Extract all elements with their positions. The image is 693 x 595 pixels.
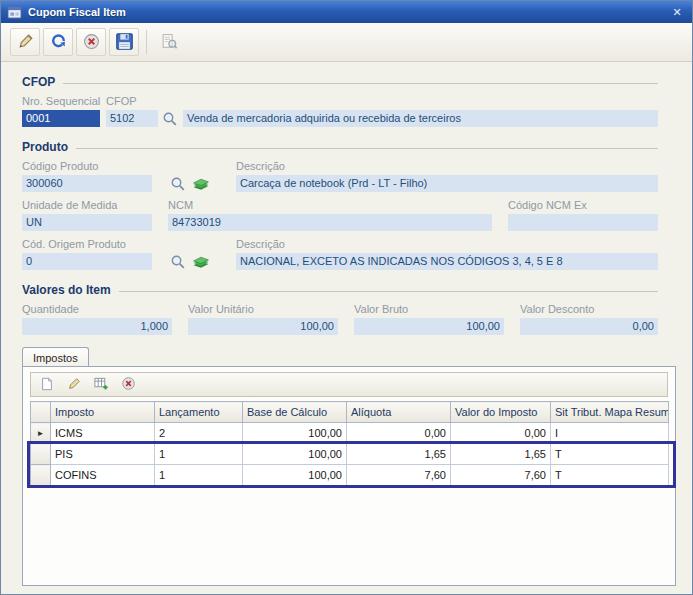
valor-bruto-label: Valor Bruto <box>354 303 504 315</box>
unidade-medida-label: Unidade de Medida <box>22 199 152 211</box>
cell-imposto: ICMS <box>51 423 155 444</box>
row-selector-icon: ► <box>31 423 51 444</box>
cfop-descricao-field[interactable]: Venda de mercadoria adquirida ou recebid… <box>183 110 658 127</box>
codigo-produto-field[interactable]: 300060 <box>22 175 152 192</box>
delete-x-icon <box>122 377 135 392</box>
ncm-label: NCM <box>168 199 492 211</box>
quantidade-field[interactable]: 1,000 <box>22 318 172 335</box>
tab-impostos[interactable]: Impostos <box>22 347 89 367</box>
grid-delete-button[interactable] <box>117 375 139 395</box>
cell-valor-imposto: 1,65 <box>451 444 551 465</box>
form-body: CFOP Nro. Sequencial 0001 CFOP 5102 Vend… <box>1 62 692 594</box>
cell-base-calculo: 100,00 <box>243 423 347 444</box>
app-icon <box>7 5 23 19</box>
magnifier-document-icon <box>161 33 178 52</box>
cell-aliquota: 0,00 <box>347 423 451 444</box>
valor-unitario-label: Valor Unitário <box>188 303 338 315</box>
main-toolbar <box>1 23 692 62</box>
titlebar: Cupom Fiscal Item ✕ <box>1 1 692 23</box>
cod-origem-produto-field[interactable]: 0 <box>22 253 152 270</box>
cupom-fiscal-item-window: Cupom Fiscal Item ✕ <box>0 0 693 595</box>
grid-edit-button[interactable] <box>63 375 85 395</box>
impostos-grid: Imposto Lançamento Base de Cálculo Alíqu… <box>30 401 668 486</box>
preview-button <box>154 28 184 56</box>
cell-base-calculo: 100,00 <box>243 465 347 486</box>
toolbar-separator <box>146 30 147 54</box>
grid-add-row-button[interactable] <box>90 375 112 395</box>
produto-catalog-icon[interactable] <box>191 175 210 192</box>
nro-sequencial-field[interactable]: 0001 <box>22 110 100 127</box>
row-selector-header <box>31 402 51 423</box>
refresh-button[interactable] <box>43 28 73 56</box>
valor-desconto-label: Valor Desconto <box>520 303 658 315</box>
col-header-sit-tribut[interactable]: Sit Tribut. Mapa Resumo <box>551 402 669 423</box>
cancel-circle-icon <box>83 33 100 52</box>
valor-unitario-field[interactable]: 100,00 <box>188 318 338 335</box>
section-divider <box>119 291 658 292</box>
section-cfop: CFOP Nro. Sequencial 0001 CFOP 5102 Vend… <box>1 62 692 127</box>
grid-row-cofins[interactable]: COFINS 1 100,00 7,60 7,60 T <box>31 465 669 486</box>
window-title: Cupom Fiscal Item <box>28 6 668 18</box>
origem-descricao-field[interactable]: NACIONAL, EXCETO AS INDICADAS NOS CÓDIGO… <box>236 253 658 270</box>
origem-catalog-icon[interactable] <box>191 253 210 270</box>
codigo-ncm-ex-field[interactable] <box>508 214 658 231</box>
origem-descricao-label: Descrição <box>236 238 658 250</box>
origem-search-icon[interactable] <box>168 253 187 270</box>
cell-base-calculo: 100,00 <box>243 444 347 465</box>
col-header-aliquota[interactable]: Alíquota <box>347 402 451 423</box>
cancel-button[interactable] <box>76 28 106 56</box>
section-produto: Produto Código Produto 300060 Descrição … <box>1 127 692 270</box>
col-header-base-calculo[interactable]: Base de Cálculo <box>243 402 347 423</box>
produto-search-icon[interactable] <box>168 175 187 192</box>
new-document-icon <box>40 377 54 393</box>
cell-sit-tribut: T <box>551 444 669 465</box>
pencil-icon <box>17 33 34 52</box>
grid-toolbar <box>30 372 668 397</box>
col-header-valor-imposto[interactable]: Valor do Imposto <box>451 402 551 423</box>
table-add-icon <box>93 376 109 393</box>
codigo-produto-label: Código Produto <box>22 160 152 172</box>
col-header-imposto[interactable]: Imposto <box>51 402 155 423</box>
cfop-section-title: CFOP <box>22 75 55 89</box>
valor-bruto-field[interactable]: 100,00 <box>354 318 504 335</box>
impostos-tab-control: Impostos <box>22 347 676 586</box>
edit-button[interactable] <box>10 28 40 56</box>
valores-section-title: Valores do Item <box>22 283 111 297</box>
impostos-tab-page: Imposto Lançamento Base de Cálculo Alíqu… <box>22 366 676 586</box>
unidade-medida-field[interactable]: UN <box>22 214 152 231</box>
cell-lancamento: 2 <box>155 423 243 444</box>
cfop-label: CFOP <box>106 95 158 107</box>
produto-descricao-field[interactable]: Carcaça de notebook (Prd - LT - Filho) <box>236 175 658 192</box>
section-valores: Valores do Item Quantidade 1,000 Valor U… <box>1 270 692 335</box>
cell-valor-imposto: 7,60 <box>451 465 551 486</box>
cfop-search-icon[interactable] <box>160 110 179 127</box>
floppy-disk-icon <box>115 32 134 53</box>
cell-aliquota: 7,60 <box>347 465 451 486</box>
grid-new-button[interactable] <box>36 375 58 395</box>
section-divider <box>76 148 658 149</box>
cell-sit-tribut: I <box>551 423 669 444</box>
codigo-ncm-ex-label: Código NCM Ex <box>508 199 658 211</box>
col-header-lancamento[interactable]: Lançamento <box>155 402 243 423</box>
save-button[interactable] <box>109 28 139 56</box>
row-selector-cell <box>31 465 51 486</box>
nro-sequencial-label: Nro. Sequencial <box>22 95 100 107</box>
blue-arrow-icon <box>50 33 67 52</box>
grid-row-icms[interactable]: ► ICMS 2 100,00 0,00 0,00 I <box>31 423 669 444</box>
valor-desconto-field[interactable]: 0,00 <box>520 318 658 335</box>
quantidade-label: Quantidade <box>22 303 172 315</box>
cell-lancamento: 1 <box>155 444 243 465</box>
cell-valor-imposto: 0,00 <box>451 423 551 444</box>
cell-lancamento: 1 <box>155 465 243 486</box>
cod-origem-produto-label: Cód. Origem Produto <box>22 238 152 250</box>
produto-descricao-label: Descrição <box>236 160 658 172</box>
cell-aliquota: 1,65 <box>347 444 451 465</box>
grid-row-pis[interactable]: PIS 1 100,00 1,65 1,65 T <box>31 444 669 465</box>
ncm-field[interactable]: 84733019 <box>168 214 492 231</box>
row-selector-cell <box>31 444 51 465</box>
cell-imposto: PIS <box>51 444 155 465</box>
cell-imposto: COFINS <box>51 465 155 486</box>
close-icon[interactable]: ✕ <box>668 4 686 20</box>
section-divider <box>63 83 658 84</box>
cfop-field[interactable]: 5102 <box>106 110 158 127</box>
